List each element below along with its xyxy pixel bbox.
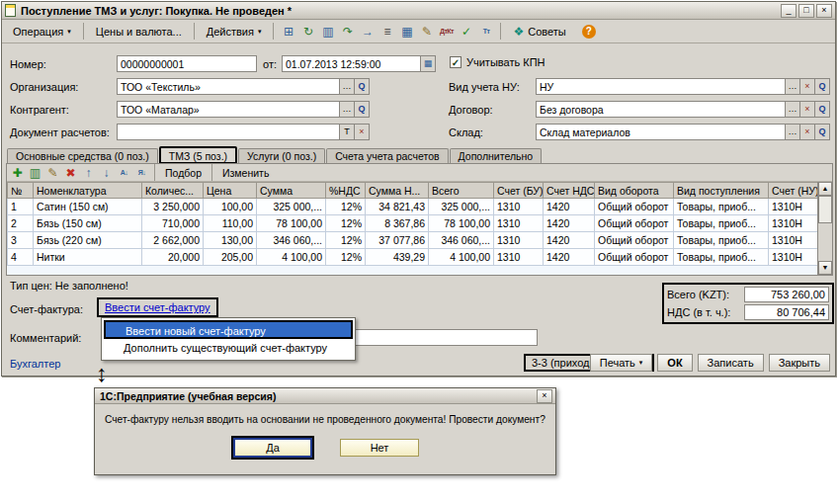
contract-field[interactable]: … × Q bbox=[536, 101, 830, 118]
edit-row-icon[interactable]: ✎ bbox=[44, 165, 61, 181]
based-on-icon[interactable]: ↷ bbox=[338, 22, 357, 41]
tab-services[interactable]: Услуги (0 поз.) bbox=[238, 148, 325, 164]
number-input[interactable] bbox=[118, 56, 256, 71]
organization-input[interactable] bbox=[118, 79, 339, 94]
table-settings-icon[interactable]: ▦ bbox=[397, 22, 416, 41]
enter-invoice-link[interactable]: Ввести счет-фактуру bbox=[105, 301, 210, 313]
copy-row-icon[interactable]: ▥ bbox=[27, 165, 43, 181]
magnifier-icon[interactable]: Q bbox=[814, 79, 829, 94]
magnifier-icon[interactable]: Q bbox=[814, 125, 829, 139]
close-form-button[interactable]: Закрыть bbox=[769, 354, 830, 372]
pick-button[interactable]: Подбор bbox=[159, 167, 208, 179]
warehouse-field[interactable]: … × Q bbox=[536, 124, 830, 140]
delete-row-icon[interactable]: ✖ bbox=[62, 165, 79, 181]
sort-asc-icon[interactable]: А↓ bbox=[116, 165, 132, 181]
column-header[interactable]: Сумма Н... bbox=[366, 183, 429, 199]
menu-item-new-invoice[interactable]: Ввести новый счет-фактуру bbox=[104, 320, 353, 339]
sort-desc-icon[interactable]: Я↓ bbox=[133, 165, 150, 181]
settlement-doc-input[interactable] bbox=[118, 125, 339, 139]
choose-icon[interactable]: … bbox=[785, 102, 799, 117]
totals-icon[interactable]: Тт bbox=[476, 22, 495, 41]
column-header[interactable]: № bbox=[8, 183, 34, 199]
column-header[interactable]: Счет (НУ) bbox=[769, 183, 818, 199]
goto-icon[interactable]: → bbox=[358, 22, 377, 41]
table-row[interactable]: 2Бязь (150 см)710,000110,0078 100,0012%8… bbox=[8, 215, 818, 232]
organization-field[interactable]: … Q bbox=[117, 78, 370, 95]
add-row-icon[interactable]: ✚ bbox=[9, 165, 26, 181]
scrollbar-thumb[interactable] bbox=[818, 196, 832, 223]
column-header[interactable]: Вид оборота bbox=[595, 183, 674, 199]
prices-currency-button[interactable]: Цены и валюта... bbox=[89, 23, 189, 41]
column-header[interactable]: Цена bbox=[204, 183, 257, 199]
column-header[interactable]: Вид поступления bbox=[674, 183, 769, 199]
save-button[interactable]: Записать bbox=[698, 354, 764, 372]
close-button[interactable]: × bbox=[816, 4, 832, 18]
column-header[interactable]: %НДС bbox=[326, 183, 366, 199]
settlement-doc-field[interactable]: Т × bbox=[117, 124, 370, 140]
column-header[interactable]: Номенклатура bbox=[34, 183, 142, 199]
help-button[interactable]: ? bbox=[575, 22, 603, 42]
date-input[interactable] bbox=[283, 56, 420, 71]
column-header[interactable]: Счет (БУ) bbox=[494, 183, 544, 199]
choose-icon[interactable]: … bbox=[339, 102, 354, 117]
table-row[interactable]: 3Бязь (220 см)2 662,000130,00346 060,...… bbox=[8, 232, 818, 249]
scroll-up-icon[interactable]: ▲ bbox=[818, 182, 832, 196]
warehouse-input[interactable] bbox=[537, 125, 785, 139]
text-icon[interactable]: Т bbox=[339, 125, 354, 139]
date-field[interactable]: ▦ bbox=[282, 55, 436, 72]
column-header[interactable]: Счет НДС bbox=[544, 183, 595, 199]
no-button[interactable]: Нет bbox=[340, 439, 419, 457]
vertical-scrollbar[interactable]: ▲ ▼ bbox=[817, 182, 832, 275]
nu-field[interactable]: … × Q bbox=[536, 78, 830, 95]
column-header[interactable]: Количес... bbox=[142, 183, 204, 199]
table-row[interactable]: 1Сатин (150 см)3 250,000100,00325 000,..… bbox=[8, 199, 818, 215]
settlement-doc-label: Документ расчетов: bbox=[10, 126, 110, 138]
scroll-down-icon[interactable]: ▼ bbox=[818, 261, 832, 275]
refresh-icon[interactable]: ↻ bbox=[298, 22, 317, 41]
actions-menu-button[interactable]: Действия ▾ bbox=[200, 23, 269, 41]
change-button[interactable]: Изменить bbox=[216, 167, 275, 179]
dt-kt-icon[interactable]: ДтКт bbox=[437, 22, 456, 41]
kpn-checkbox[interactable]: ✓ Учитывать КПН bbox=[450, 56, 545, 68]
column-header[interactable]: Сумма bbox=[257, 183, 326, 199]
maximize-button[interactable]: □ bbox=[798, 4, 814, 18]
nu-input[interactable] bbox=[537, 79, 785, 94]
dialog-close-button[interactable]: × bbox=[537, 389, 552, 403]
calendar-icon[interactable]: ▦ bbox=[420, 56, 435, 71]
toolbar-separator bbox=[83, 23, 84, 40]
edit-icon[interactable]: ✎ bbox=[417, 22, 436, 41]
list-icon[interactable]: ≡ bbox=[378, 22, 396, 41]
magnifier-icon[interactable]: Q bbox=[354, 79, 369, 94]
posting-check-icon[interactable]: ✓ bbox=[457, 22, 475, 41]
move-up-icon[interactable]: ↑ bbox=[80, 165, 97, 181]
clear-icon[interactable]: × bbox=[799, 79, 814, 94]
table-row[interactable]: 4Нитки20,000205,004 100,0012%439,294 100… bbox=[8, 249, 818, 266]
ok-button[interactable]: ОК bbox=[657, 354, 692, 372]
counterparty-field[interactable]: … Q bbox=[117, 101, 370, 118]
tab-tmz[interactable]: ТМЗ (5 поз.) bbox=[159, 146, 237, 164]
clear-icon[interactable]: × bbox=[799, 102, 814, 117]
print-button[interactable]: Печать ▾ bbox=[590, 354, 653, 372]
operation-menu-button[interactable]: Операция ▾ bbox=[6, 23, 78, 41]
clear-icon[interactable]: × bbox=[354, 125, 369, 139]
advices-button[interactable]: ❖ Советы bbox=[506, 23, 572, 41]
number-field[interactable] bbox=[117, 55, 257, 72]
yes-button[interactable]: Да bbox=[233, 438, 312, 458]
choose-icon[interactable]: … bbox=[785, 125, 799, 139]
contract-input[interactable] bbox=[537, 102, 785, 117]
menu-item-append-invoice[interactable]: Дополнить существующий счет-фактуру bbox=[104, 339, 353, 358]
tab-settlement-accounts[interactable]: Счета учета расчетов bbox=[326, 148, 448, 164]
counterparty-input[interactable] bbox=[118, 102, 339, 117]
minimize-button[interactable]: _ bbox=[781, 4, 797, 18]
copy-doc-icon[interactable]: ▥ bbox=[318, 22, 337, 41]
move-down-icon[interactable]: ↓ bbox=[98, 165, 115, 181]
choose-icon[interactable]: … bbox=[785, 79, 799, 94]
magnifier-icon[interactable]: Q bbox=[354, 102, 369, 117]
choose-icon[interactable]: … bbox=[339, 79, 354, 94]
clear-icon[interactable]: × bbox=[799, 125, 814, 139]
tab-additional[interactable]: Дополнительно bbox=[450, 148, 543, 164]
open-list-icon[interactable]: ⊞ bbox=[279, 22, 297, 41]
tab-fixed-assets[interactable]: Основные средства (0 поз.) bbox=[7, 148, 158, 164]
magnifier-icon[interactable]: Q bbox=[814, 102, 829, 117]
column-header[interactable]: Всего bbox=[429, 183, 494, 199]
